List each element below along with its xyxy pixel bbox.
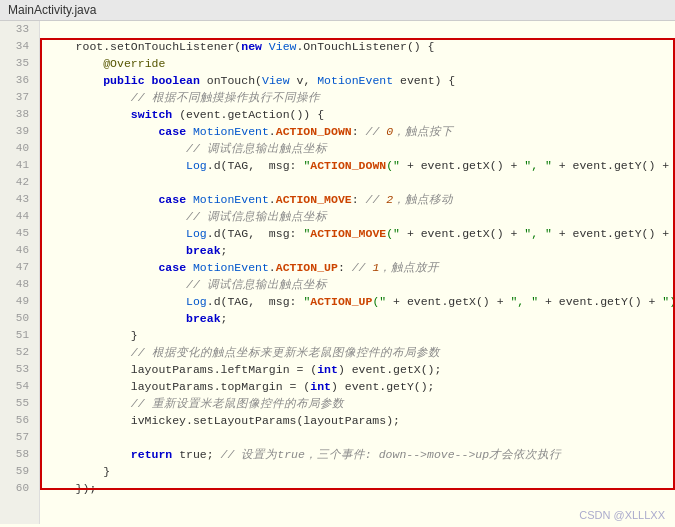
line-number: 49 [0, 293, 33, 310]
code-line [40, 21, 675, 38]
code-line: case MotionEvent.ACTION_DOWN: // 0，触点按下 [40, 123, 675, 140]
code-line: // 根据不同触摸操作执行不同操作 [40, 89, 675, 106]
line-number: 48 [0, 276, 33, 293]
line-number: 41 [0, 157, 33, 174]
line-number: 34 [0, 38, 33, 55]
line-number: 53 [0, 361, 33, 378]
code-line: @Override [40, 55, 675, 72]
code-line [40, 174, 675, 191]
line-number: 39 [0, 123, 33, 140]
code-content[interactable]: root.setOnTouchListener(new View.OnTouch… [40, 21, 675, 524]
code-line: public boolean onTouch(View v, MotionEve… [40, 72, 675, 89]
code-line: ivMickey.setLayoutParams(layoutParams); [40, 412, 675, 429]
code-line: layoutParams.leftMargin = (int) event.ge… [40, 361, 675, 378]
code-line: case MotionEvent.ACTION_UP: // 1，触点放开 [40, 259, 675, 276]
line-number: 38 [0, 106, 33, 123]
line-number: 42 [0, 174, 33, 191]
line-number: 37 [0, 89, 33, 106]
code-line: } [40, 463, 675, 480]
line-number: 54 [0, 378, 33, 395]
line-number: 47 [0, 259, 33, 276]
code-line: return true; // 设置为true，三个事件: down-->mov… [40, 446, 675, 463]
line-number: 55 [0, 395, 33, 412]
code-line: } [40, 327, 675, 344]
code-line: switch (event.getAction()) { [40, 106, 675, 123]
code-line: // 重新设置米老鼠图像控件的布局参数 [40, 395, 675, 412]
line-numbers: 3334353637383940414243444546474849505152… [0, 21, 40, 524]
code-line: layoutParams.topMargin = (int) event.get… [40, 378, 675, 395]
line-number: 45 [0, 225, 33, 242]
code-line: // 调试信息输出触点坐标 [40, 276, 675, 293]
line-number: 40 [0, 140, 33, 157]
title-bar: MainActivity.java [0, 0, 675, 21]
code-area: 3334353637383940414243444546474849505152… [0, 21, 675, 524]
line-number: 60 [0, 480, 33, 497]
line-number: 52 [0, 344, 33, 361]
line-number: 35 [0, 55, 33, 72]
code-line: Log.d(TAG, msg: "ACTION_DOWN(" + event.g… [40, 157, 675, 174]
line-number: 44 [0, 208, 33, 225]
watermark: CSDN @XLLLXX [579, 509, 665, 521]
editor-container: MainActivity.java 3334353637383940414243… [0, 0, 675, 527]
code-line: break; [40, 310, 675, 327]
code-line: // 调试信息输出触点坐标 [40, 208, 675, 225]
line-number: 33 [0, 21, 33, 38]
line-number: 46 [0, 242, 33, 259]
code-line: }); [40, 480, 675, 497]
code-line: // 调试信息输出触点坐标 [40, 140, 675, 157]
line-number: 36 [0, 72, 33, 89]
line-number: 50 [0, 310, 33, 327]
line-number: 56 [0, 412, 33, 429]
code-line: root.setOnTouchListener(new View.OnTouch… [40, 38, 675, 55]
line-number: 58 [0, 446, 33, 463]
code-line [40, 429, 675, 446]
code-line: case MotionEvent.ACTION_MOVE: // 2，触点移动 [40, 191, 675, 208]
line-number: 43 [0, 191, 33, 208]
code-line: break; [40, 242, 675, 259]
line-number: 51 [0, 327, 33, 344]
code-line: // 根据变化的触点坐标来更新米老鼠图像控件的布局参数 [40, 344, 675, 361]
code-line: Log.d(TAG, msg: "ACTION_MOVE(" + event.g… [40, 225, 675, 242]
code-line: Log.d(TAG, msg: "ACTION_UP(" + event.get… [40, 293, 675, 310]
line-number: 57 [0, 429, 33, 446]
line-number: 59 [0, 463, 33, 480]
file-title: MainActivity.java [8, 3, 96, 17]
